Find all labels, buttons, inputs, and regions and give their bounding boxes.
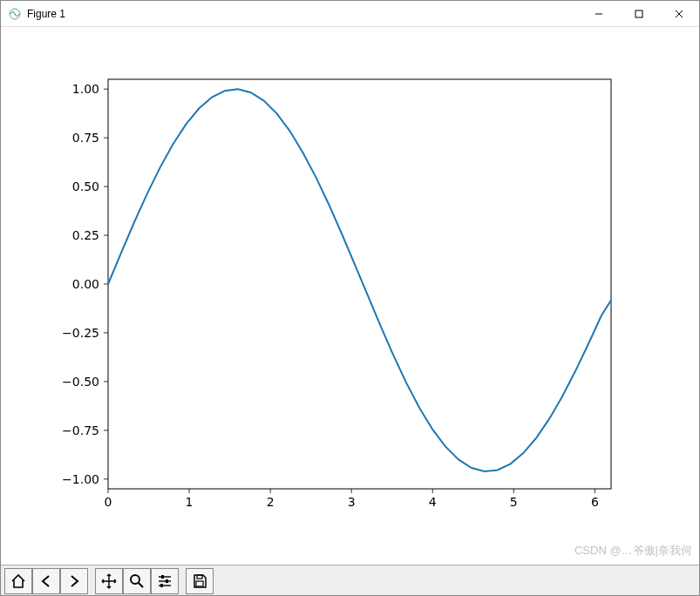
zoom-button[interactable]: [123, 568, 151, 594]
arrow-right-icon: [66, 573, 82, 589]
ytick-label: 0.50: [72, 179, 99, 193]
line-series: [108, 89, 611, 471]
xtick-label: 2: [267, 495, 275, 509]
ytick-label: 0.00: [72, 277, 99, 291]
ytick-label: −0.75: [62, 423, 99, 437]
arrow-left-icon: [38, 573, 54, 589]
pan-button[interactable]: [95, 568, 123, 594]
window-titlebar: Figure 1: [1, 1, 699, 27]
ytick-label: 0.25: [72, 228, 99, 242]
window-title: Figure 1: [27, 8, 65, 20]
minimize-button[interactable]: [579, 1, 619, 27]
xtick-label: 3: [348, 495, 356, 509]
ytick-label: 0.75: [72, 131, 99, 145]
svg-rect-14: [196, 581, 203, 586]
back-button[interactable]: [32, 568, 60, 594]
xtick-label: 4: [429, 495, 437, 509]
save-button[interactable]: [186, 568, 214, 594]
svg-line-6: [139, 583, 143, 587]
svg-rect-11: [166, 579, 168, 583]
xtick-label: 6: [591, 495, 599, 509]
figure-canvas[interactable]: 0123456−1.00−0.75−0.50−0.250.000.250.500…: [1, 27, 700, 565]
ytick-label: −0.25: [62, 326, 99, 340]
home-button[interactable]: [4, 568, 32, 594]
svg-point-5: [131, 575, 139, 584]
maximize-button[interactable]: [619, 1, 659, 27]
xtick-label: 1: [186, 495, 194, 509]
xtick-label: 0: [105, 495, 112, 509]
xtick-label: 5: [510, 495, 518, 509]
configure-button[interactable]: [151, 568, 179, 594]
toolbar-separator: [179, 568, 186, 594]
svg-rect-2: [635, 10, 642, 17]
app-icon: [8, 7, 22, 21]
zoom-icon: [129, 573, 145, 589]
svg-rect-12: [160, 584, 163, 587]
toolbar-separator: [88, 568, 95, 594]
ytick-label: −0.50: [62, 375, 99, 389]
save-icon: [192, 573, 207, 589]
home-icon: [10, 573, 26, 589]
svg-rect-13: [197, 575, 202, 579]
forward-button[interactable]: [60, 568, 88, 594]
ytick-label: −1.00: [62, 472, 99, 486]
plot-svg: 0123456−1.00−0.75−0.50−0.250.000.250.500…: [1, 27, 700, 565]
matplotlib-toolbar: [1, 565, 699, 596]
sliders-icon: [157, 573, 173, 589]
axes-frame: [108, 79, 611, 489]
move-icon: [101, 573, 117, 589]
ytick-label: 1.00: [72, 82, 99, 96]
svg-rect-10: [161, 575, 164, 579]
close-button[interactable]: [659, 1, 699, 27]
